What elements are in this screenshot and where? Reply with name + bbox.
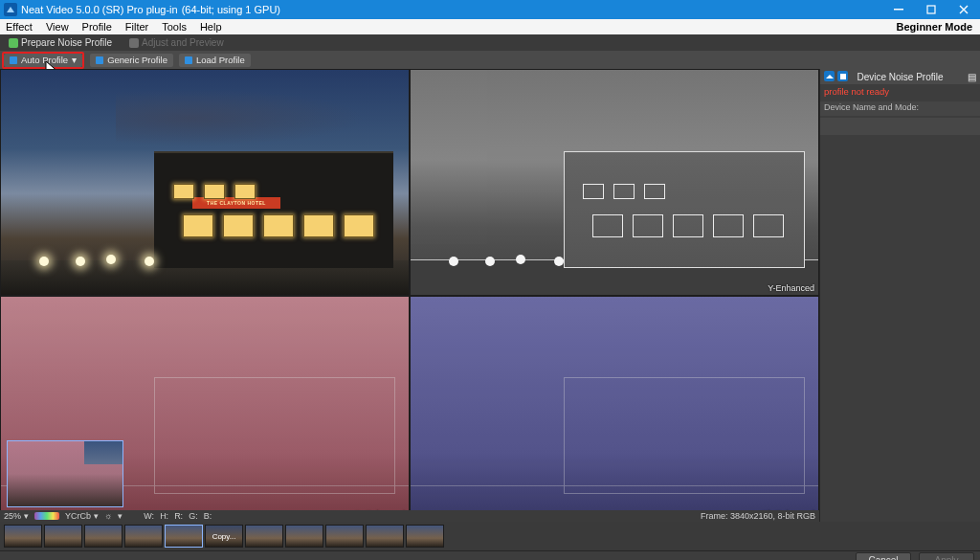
thumb-frame[interactable] (245, 525, 283, 548)
pane-cr-enhanced[interactable]: Cr-Enhanced (0, 296, 410, 523)
svg-rect-3 (840, 74, 846, 79)
menu-profile[interactable]: Profile (82, 21, 112, 33)
apply-button: Apply (919, 552, 974, 560)
menu-filter[interactable]: Filter (125, 21, 148, 33)
thumb-frame[interactable] (406, 525, 444, 548)
wand-icon (10, 56, 17, 64)
menu-bar: Effect View Profile Filter Tools Help Be… (0, 19, 980, 34)
thumb-frame-selected[interactable] (165, 525, 203, 548)
thumb-frame[interactable] (285, 525, 323, 548)
mode-link[interactable]: Beginner Mode (897, 21, 972, 33)
load-profile-label: Load Profile (196, 55, 245, 65)
viewer-info-bar: 25% ▾ YCrCb ▾ ☼ ▾ W: H: R: G: B: Frame: … (0, 510, 819, 522)
thumb-frame[interactable] (325, 525, 364, 548)
side-panel: Device Noise Profile ▤ profile not ready… (819, 69, 980, 522)
window-maximize-button[interactable] (915, 0, 947, 19)
tab-adjust-and-preview: Adjust and Preview (123, 36, 230, 50)
thumb-frame[interactable] (84, 525, 122, 548)
cancel-button[interactable]: Cancel (856, 552, 911, 560)
readout-b: B: (204, 511, 212, 521)
profile-status: profile not ready (820, 84, 980, 101)
channel-select[interactable]: YCrCb ▾ (65, 511, 99, 521)
app-icon (4, 3, 17, 16)
side-title-text: Device Noise Profile (857, 72, 943, 82)
svg-rect-2 (927, 6, 935, 13)
frame-thumbnail-strip[interactable] (0, 522, 980, 550)
sliders-icon (129, 38, 139, 48)
auto-profile-label: Auto Profile (21, 55, 68, 65)
frame-info: Frame: 3840x2160, 8-bit RGB (701, 511, 815, 521)
tab-adjust-label: Adjust and Preview (142, 37, 224, 48)
quad-view: THE CLAYTON HOTEL (0, 69, 819, 522)
menu-tools[interactable]: Tools (162, 21, 187, 33)
svg-rect-1 (894, 9, 903, 11)
zoom-select[interactable]: 25% ▾ (4, 511, 29, 521)
app-title-suffix: (64-bit; using 1 GPU) (182, 4, 280, 15)
load-profile-button[interactable]: Load Profile (179, 54, 251, 67)
chevron-down-icon[interactable]: ▾ (72, 55, 77, 65)
readout-h: H: (160, 511, 168, 521)
menu-view[interactable]: View (46, 21, 69, 33)
pane-original[interactable]: THE CLAYTON HOTEL (0, 69, 410, 296)
thumb-frame-copy[interactable] (205, 525, 243, 548)
thumb-frame[interactable] (124, 525, 163, 548)
folder-open-icon (185, 56, 192, 64)
thumb-frame[interactable] (366, 525, 404, 548)
menu-help[interactable]: Help (200, 21, 222, 33)
pane-y-enhanced[interactable]: Y-Enhanced (410, 69, 819, 296)
window-titlebar: Neat Video 5.0.0 (SR) Pro plug-in (64-bi… (0, 0, 980, 19)
viewer-area[interactable]: THE CLAYTON HOTEL (0, 69, 819, 522)
readout-g: G: (189, 511, 198, 521)
readout-r: R: (174, 511, 183, 521)
menu-effect[interactable]: Effect (6, 21, 33, 33)
main-tab-bar: Prepare Noise Profile Adjust and Preview (0, 34, 980, 51)
app-title: Neat Video 5.0.0 (SR) Pro plug-in (21, 4, 178, 15)
tutorial-highlight: Auto Profile ▾ (2, 52, 84, 69)
thumb-frame[interactable] (4, 525, 42, 548)
profile-toolbar: Auto Profile ▾ Generic Profile Load Prof… (0, 51, 980, 69)
pane-label-y: Y-Enhanced (768, 283, 814, 293)
profile-icon (96, 56, 103, 64)
picture-in-picture-overlay[interactable] (7, 440, 123, 507)
auto-profile-button[interactable]: Auto Profile ▾ (4, 54, 82, 67)
dialog-footer: Cancel Apply (0, 550, 980, 560)
save-profile-icon[interactable] (837, 71, 848, 81)
thumb-frame[interactable] (44, 525, 82, 548)
panel-menu-icon[interactable]: ▤ (968, 72, 976, 82)
device-name-header: Device Name and Mode: (820, 101, 980, 116)
channel-gradient-icon[interactable] (34, 512, 59, 520)
window-minimize-button[interactable] (882, 0, 915, 19)
main-layout: THE CLAYTON HOTEL (0, 69, 980, 522)
window-close-button[interactable] (947, 0, 980, 19)
generic-profile-label: Generic Profile (107, 55, 167, 65)
checklist-icon (9, 38, 18, 48)
generic-profile-button[interactable]: Generic Profile (90, 54, 173, 67)
side-panel-title: Device Noise Profile ▤ (820, 69, 980, 84)
brightness-icon[interactable]: ☼ (104, 511, 112, 521)
brightness-dropdown[interactable]: ▾ (118, 511, 122, 521)
device-name-field[interactable] (820, 118, 980, 135)
readout-w: W: (144, 511, 154, 521)
open-profile-icon[interactable] (824, 71, 835, 81)
tab-prepare-noise-profile[interactable]: Prepare Noise Profile (3, 36, 118, 50)
tab-prepare-label: Prepare Noise Profile (21, 37, 112, 48)
pane-cb-enhanced[interactable]: Cb-Enhanced (410, 296, 819, 523)
